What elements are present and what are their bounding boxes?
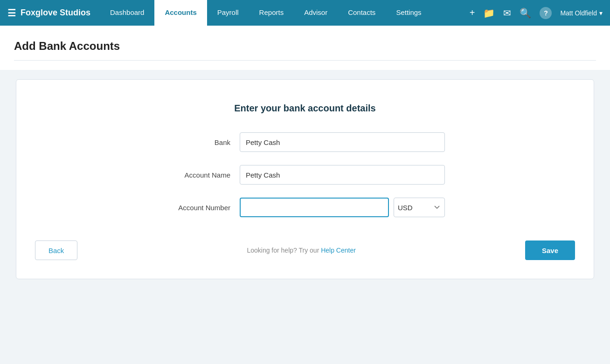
topbar-actions: + 📁 ✉ 🔍 ? Matt Oldfield ▾ (470, 7, 603, 19)
mail-icon[interactable]: ✉ (503, 7, 511, 19)
main-area: Enter your bank account details Bank Acc… (0, 70, 610, 364)
page-title: Add Bank Accounts (14, 40, 596, 53)
bank-label: Bank (165, 138, 240, 146)
nav-tab-reports[interactable]: Reports (249, 0, 294, 26)
nav-tab-payroll[interactable]: Payroll (207, 0, 249, 26)
brand-name: Foxglove Studios (21, 8, 90, 18)
hamburger-icon[interactable]: ☰ (7, 7, 16, 19)
add-icon[interactable]: + (470, 7, 475, 18)
folder-icon[interactable]: 📁 (483, 7, 495, 19)
account-number-input[interactable] (240, 198, 389, 217)
nav-tab-dashboard[interactable]: Dashboard (100, 0, 154, 26)
bank-input[interactable] (240, 132, 445, 152)
brand: ☰ Foxglove Studios (7, 7, 90, 19)
nav-tab-contacts[interactable]: Contacts (338, 0, 386, 26)
form-card: Enter your bank account details Bank Acc… (16, 79, 594, 279)
currency-select[interactable]: USD EUR GBP CAD AUD (394, 198, 445, 217)
form-heading: Enter your bank account details (35, 103, 575, 114)
nav-tab-settings[interactable]: Settings (386, 0, 431, 26)
bank-row: Bank (165, 132, 445, 152)
header-divider (14, 60, 596, 61)
user-menu[interactable]: Matt Oldfield ▾ (560, 9, 603, 17)
page-header: Add Bank Accounts (0, 26, 610, 70)
user-chevron-icon: ▾ (599, 9, 603, 17)
form-section: Bank Account Name Account Number USD EUR… (165, 132, 445, 217)
user-name: Matt Oldfield (560, 9, 597, 17)
account-number-group: USD EUR GBP CAD AUD (240, 198, 445, 217)
help-text: Looking for help? Try our Help Center (247, 247, 355, 254)
main-nav: Dashboard Accounts Payroll Reports Advis… (100, 0, 470, 26)
account-number-row: Account Number USD EUR GBP CAD AUD (165, 198, 445, 217)
card-footer: Back Looking for help? Try our Help Cent… (35, 236, 575, 260)
account-name-row: Account Name (165, 165, 445, 185)
account-name-input[interactable] (240, 165, 445, 185)
back-button[interactable]: Back (35, 240, 77, 260)
account-number-label: Account Number (165, 204, 240, 212)
save-button[interactable]: Save (525, 240, 575, 260)
nav-tab-accounts[interactable]: Accounts (154, 0, 207, 26)
help-text-static: Looking for help? Try our (247, 247, 321, 254)
account-name-label: Account Name (165, 171, 240, 179)
help-icon[interactable]: ? (540, 7, 552, 19)
search-icon[interactable]: 🔍 (520, 7, 531, 19)
nav-tab-advisor[interactable]: Advisor (294, 0, 338, 26)
help-center-link[interactable]: Help Center (321, 247, 356, 254)
topbar: ☰ Foxglove Studios Dashboard Accounts Pa… (0, 0, 610, 26)
